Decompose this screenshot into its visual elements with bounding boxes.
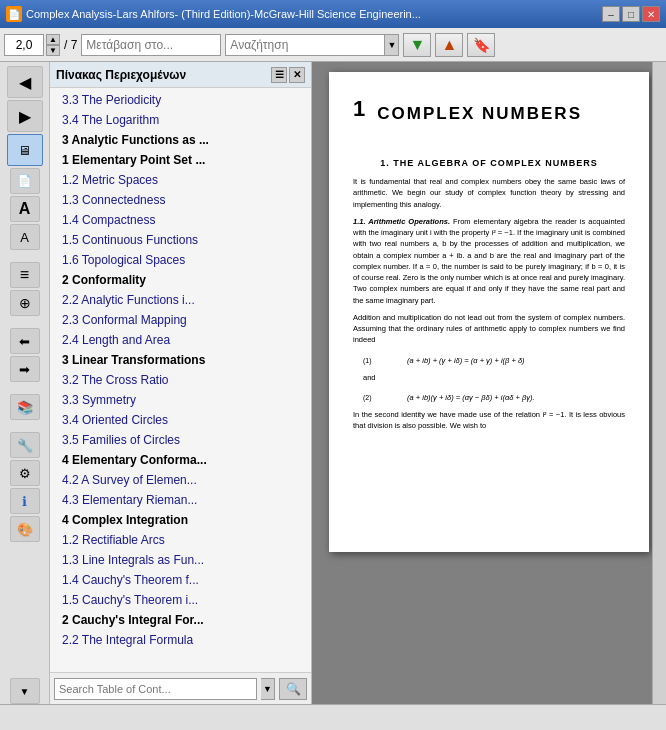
toc-close-icon[interactable]: ✕ (289, 67, 305, 83)
toc-list-item[interactable]: 2.2 Analytic Functions i... (50, 290, 311, 310)
toc-list-item[interactable]: 3.5 Families of Circles (50, 430, 311, 450)
toc-panel: Πίνακας Περιεχομένων ☰ ✕ 3.3 The Periodi… (50, 62, 312, 704)
zoom-nav-icon[interactable]: ⊕ (10, 290, 40, 316)
page-navigation-group: ▲ ▼ / 7 (4, 34, 77, 56)
toc-search-input[interactable] (54, 678, 257, 700)
text-small-nav-icon[interactable]: A (10, 224, 40, 250)
view-nav-icon[interactable]: 🖥 (7, 134, 43, 166)
toc-list-item[interactable]: 3 Analytic Functions as ... (50, 130, 311, 150)
nav-down-btn[interactable]: ▼ (403, 33, 431, 57)
toc-list-item[interactable]: 2.4 Length and Area (50, 330, 311, 350)
chapter-number: 1 (353, 96, 365, 122)
toc-list-item[interactable]: 4.3 Elementary Rieman... (50, 490, 311, 510)
toc-list-item[interactable]: 2 Cauchy's Integral For... (50, 610, 311, 630)
toc-header: Πίνακας Περιεχομένων ☰ ✕ (50, 62, 311, 88)
bookmark-btn[interactable]: 🔖 (467, 33, 495, 57)
toc-list-item[interactable]: 1.5 Cauchy's Theorem i... (50, 590, 311, 610)
page-up-spin[interactable]: ▲ (46, 34, 60, 45)
toolbar: ▲ ▼ / 7 ▼ ▼ ▲ 🔖 (0, 28, 666, 62)
forward-nav-icon[interactable]: ▶ (7, 100, 43, 132)
equation-1-row: (1) (a + ib) + (γ + iδ) = (α + γ) + i(β … (363, 352, 625, 369)
toc-header-icons: ☰ ✕ (271, 67, 305, 83)
and-text: and (363, 372, 625, 383)
doc-area: 1 COMPLEX NUMBERS 1. THE ALGEBRA OF COMP… (312, 62, 666, 704)
back-nav-icon[interactable]: ◀ (7, 66, 43, 98)
document-page: 1 COMPLEX NUMBERS 1. THE ALGEBRA OF COMP… (329, 72, 649, 552)
text-large-nav-icon[interactable]: A (10, 196, 40, 222)
toc-list-item[interactable]: 1.5 Continuous Functions (50, 230, 311, 250)
section-title: 1. THE ALGEBRA OF COMPLEX NUMBERS (353, 158, 625, 168)
equation-2-row: (2) (a + ib)(γ + iδ) = (αγ − βδ) + i(αδ … (363, 389, 625, 406)
status-bar (0, 704, 666, 730)
nav-up-btn[interactable]: ▲ (435, 33, 463, 57)
eq1-number: (1) (363, 357, 379, 364)
nav-input[interactable] (81, 34, 221, 56)
equation-1: (a + ib) + (γ + iδ) = (α + γ) + i(β + δ) (407, 356, 525, 365)
arrow-left-nav-icon[interactable]: ⬅ (10, 328, 40, 354)
app-icon: 📄 (6, 6, 22, 22)
toc-list-item[interactable]: 1.3 Connectedness (50, 190, 311, 210)
toc-list-item[interactable]: 1.2 Metric Spaces (50, 170, 311, 190)
subsection-title-label: 1.1. Arithmetic Operations. (353, 217, 450, 226)
toc-list-item[interactable]: 1.6 Topological Spaces (50, 250, 311, 270)
list-nav-icon[interactable]: ≡ (10, 262, 40, 288)
page-down-spin[interactable]: ▼ (46, 45, 60, 56)
search-input[interactable] (225, 34, 385, 56)
doc-scrollbar[interactable] (652, 62, 666, 704)
equation-2: (a + ib)(γ + iδ) = (αγ − βδ) + i(αδ + βγ… (407, 393, 535, 402)
toc-list-item[interactable]: 4.2 A Survey of Elemen... (50, 470, 311, 490)
toc-list-item[interactable]: 3.2 The Cross Ratio (50, 370, 311, 390)
toc-search-button[interactable]: 🔍 (279, 678, 307, 700)
toc-list-item[interactable]: 2 Conformality (50, 270, 311, 290)
collapse-nav-icon[interactable]: ▼ (10, 678, 40, 704)
toc-search-dropdown[interactable]: ▼ (261, 678, 275, 700)
toc-search-bar: ▼ 🔍 (50, 672, 311, 704)
body-text-2: From elementary algebra the reader is ac… (353, 217, 625, 305)
info-nav-icon[interactable]: ℹ (10, 488, 40, 514)
page-total: / 7 (64, 38, 77, 52)
toc-list-item[interactable]: 1.2 Rectifiable Arcs (50, 530, 311, 550)
arrow-right-nav-icon[interactable]: ➡ (10, 356, 40, 382)
toc-list-item[interactable]: 2.3 Conformal Mapping (50, 310, 311, 330)
tools-nav-icon[interactable]: 🔧 (10, 432, 40, 458)
body-text-3: Addition and multiplication do not lead … (353, 312, 625, 346)
toc-list-item[interactable]: 2.2 The Integral Formula (50, 630, 311, 650)
toc-list-item[interactable]: 3.3 Symmetry (50, 390, 311, 410)
toc-list-item[interactable]: 3.4 Oriented Circles (50, 410, 311, 430)
eq2-number: (2) (363, 394, 379, 401)
chapter-title: COMPLEX NUMBERS (377, 100, 582, 124)
title-bar: 📄 Complex Analysis-Lars Ahlfors- (Third … (0, 0, 666, 28)
toc-list-item[interactable]: 1.3 Line Integrals as Fun... (50, 550, 311, 570)
page-input[interactable] (4, 34, 44, 56)
toc-list-item[interactable]: 3.4 The Logarithm (50, 110, 311, 130)
book-nav-icon[interactable]: 📚 (10, 394, 40, 420)
gear-nav-icon[interactable]: ⚙ (10, 460, 40, 486)
toc-list-item[interactable]: 1 Elementary Point Set ... (50, 150, 311, 170)
close-button[interactable]: ✕ (642, 6, 660, 22)
toc-list-item[interactable]: 3 Linear Transformations (50, 350, 311, 370)
main-area: ◀ ▶ 🖥 📄 A A ≡ ⊕ ⬅ ➡ 📚 🔧 ⚙ ℹ 🎨 ▼ Πίνακας … (0, 62, 666, 704)
search-dropdown-btn[interactable]: ▼ (385, 34, 399, 56)
toc-list-item[interactable]: 4 Elementary Conforma... (50, 450, 311, 470)
toc-list-item[interactable]: 4 Complex Integration (50, 510, 311, 530)
maximize-button[interactable]: □ (622, 6, 640, 22)
toc-title: Πίνακας Περιεχομένων (56, 68, 186, 82)
nav-panel: ◀ ▶ 🖥 📄 A A ≡ ⊕ ⬅ ➡ 📚 🔧 ⚙ ℹ 🎨 ▼ (0, 62, 50, 704)
minimize-button[interactable]: – (602, 6, 620, 22)
paint-nav-icon[interactable]: 🎨 (10, 516, 40, 542)
page-nav-icon[interactable]: 📄 (10, 168, 40, 194)
toc-list-item[interactable]: 3.3 The Periodicity (50, 90, 311, 110)
window-title: Complex Analysis-Lars Ahlfors- (Third Ed… (26, 8, 598, 20)
toc-list: 3.3 The Periodicity3.4 The Logarithm3 An… (50, 88, 311, 672)
toc-menu-icon[interactable]: ☰ (271, 67, 287, 83)
body-text-1: It is fundamental that real and complex … (353, 176, 625, 210)
body-text-4: In the second identity we have made use … (353, 409, 625, 432)
toc-list-item[interactable]: 1.4 Cauchy's Theorem f... (50, 570, 311, 590)
body-text-subsection: 1.1. Arithmetic Operations. From element… (353, 216, 625, 306)
toc-list-item[interactable]: 1.4 Compactness (50, 210, 311, 230)
window-controls: – □ ✕ (602, 6, 660, 22)
